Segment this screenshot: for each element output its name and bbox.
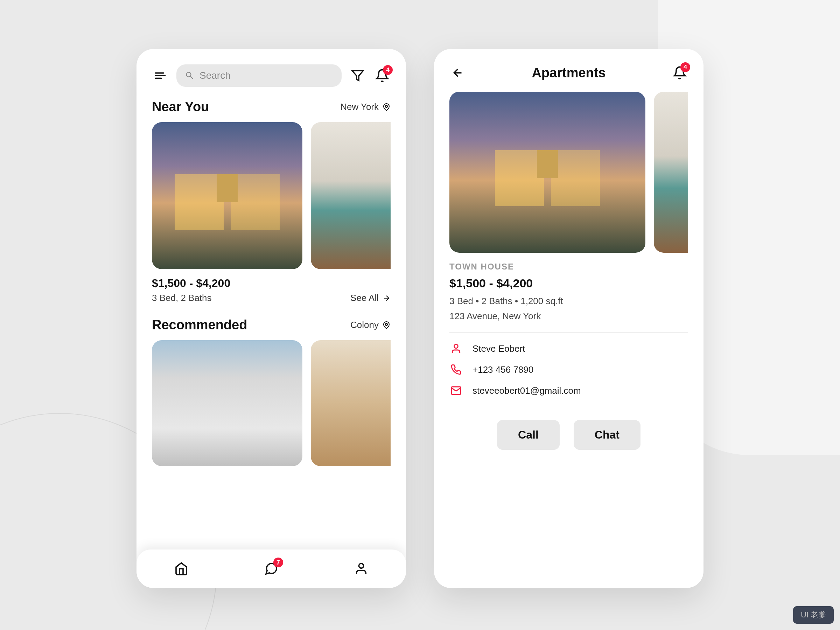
nav-chat-badge: 7: [273, 557, 283, 567]
near-details: 3 Bed, 2 Baths: [152, 293, 212, 303]
notification-badge: 4: [383, 65, 393, 75]
near-location-label: New York: [340, 101, 379, 112]
mail-icon: [449, 385, 463, 396]
detail-hero-image-2[interactable]: [654, 92, 688, 253]
property-address: 123 Avenue, New York: [449, 311, 688, 322]
watermark: UI 老爹: [793, 606, 834, 624]
search-placeholder: Search: [199, 70, 231, 81]
contact-phone: +123 456 7890: [472, 364, 534, 375]
nav-chat[interactable]: 7: [263, 561, 279, 577]
filter-icon[interactable]: [349, 67, 366, 84]
divider: [449, 332, 688, 333]
property-card-rec-1[interactable]: [152, 340, 302, 466]
recommended-section-head: Recommended Colony: [152, 317, 391, 333]
recommended-location-chip[interactable]: Colony: [351, 319, 391, 330]
property-price: $1,500 - $4,200: [449, 276, 688, 290]
svg-point-7: [359, 564, 363, 568]
svg-marker-3: [352, 71, 363, 81]
contact-phone-row[interactable]: +123 456 7890: [449, 364, 688, 375]
contact-name-row[interactable]: Steve Eobert: [449, 343, 688, 354]
property-category: TOWN HOUSE: [449, 262, 688, 272]
bottom-nav: 7: [136, 549, 406, 588]
recommended-title: Recommended: [152, 317, 247, 333]
contact-email-row[interactable]: steveeobert01@gmail.com: [449, 385, 688, 396]
nav-home[interactable]: [173, 561, 190, 577]
detail-title: Apartments: [466, 65, 671, 81]
menu-icon[interactable]: [152, 67, 169, 84]
svg-point-4: [385, 105, 387, 107]
home-screen: Search 4 Near You New York $1,500 - $4,2…: [136, 49, 406, 588]
detail-screen: Apartments 4 TOWN HOUSE $1,500 - $4,200 …: [434, 49, 704, 588]
detail-header: Apartments 4: [449, 65, 688, 81]
near-you-cards: [152, 122, 391, 269]
detail-notifications-button[interactable]: 4: [671, 65, 688, 81]
near-you-section-head: Near You New York: [152, 99, 391, 114]
chat-button[interactable]: Chat: [574, 420, 641, 450]
see-all-link[interactable]: See All: [351, 293, 391, 303]
nav-profile[interactable]: [353, 561, 369, 577]
call-button[interactable]: Call: [497, 420, 560, 450]
near-price: $1,500 - $4,200: [152, 277, 391, 290]
notifications-button[interactable]: 4: [374, 67, 391, 84]
contact-name: Steve Eobert: [472, 343, 525, 354]
recommended-cards: [152, 340, 391, 466]
near-info-row: 3 Bed, 2 Baths See All: [152, 293, 391, 303]
svg-point-6: [385, 324, 387, 325]
back-button[interactable]: [449, 65, 466, 81]
home-header: Search 4: [152, 65, 391, 87]
property-specs: 3 Bed • 2 Baths • 1,200 sq.ft: [449, 296, 688, 306]
property-card-rec-2[interactable]: [311, 340, 391, 466]
near-location-chip[interactable]: New York: [340, 101, 391, 112]
search-input[interactable]: Search: [177, 65, 342, 87]
action-row: Call Chat: [449, 420, 688, 450]
contact-email: steveeobert01@gmail.com: [472, 385, 581, 396]
phone-icon: [449, 364, 463, 375]
person-icon: [449, 343, 463, 354]
see-all-label: See All: [351, 293, 379, 303]
near-you-title: Near You: [152, 99, 209, 114]
recommended-location-label: Colony: [351, 319, 379, 330]
watermark-text: UI 老爹: [801, 610, 826, 620]
detail-notification-badge: 4: [681, 62, 690, 72]
svg-point-9: [454, 344, 458, 348]
detail-hero-row: [449, 92, 688, 253]
property-card-near-1[interactable]: [152, 122, 302, 269]
detail-hero-image[interactable]: [449, 92, 646, 253]
property-card-near-2[interactable]: [311, 122, 391, 269]
